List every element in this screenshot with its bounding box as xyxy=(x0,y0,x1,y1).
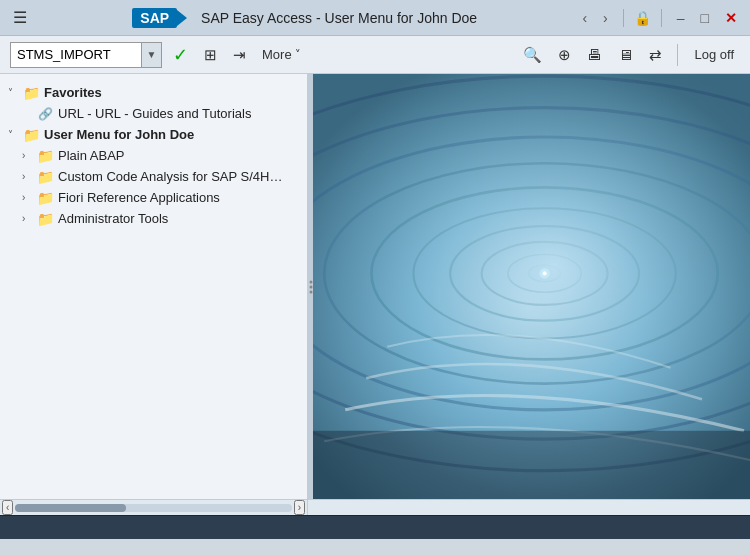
title-bar: ☰ SAP SAP Easy Access - User Menu for Jo… xyxy=(0,0,750,36)
search-plus-button[interactable]: ⊕ xyxy=(553,43,576,67)
plain-abap-folder-icon: 📁 xyxy=(36,149,54,163)
admin-tools-folder-icon: 📁 xyxy=(36,212,54,226)
favorites-section[interactable]: ˅ 📁 Favorites xyxy=(0,82,307,103)
dropdown-arrow-icon: ▼ xyxy=(147,49,157,60)
toolbar: ▼ ✓ ⊞ ⇥ More ˅ 🔍 ⊕ 🖶 🖥 ⇄ Log off xyxy=(0,36,750,74)
nav-horizontal-scrollbar: ‹ › xyxy=(0,500,308,515)
plain-abap-chevron-icon: › xyxy=(22,150,36,161)
status-bar xyxy=(0,515,750,539)
minimize-button[interactable]: – xyxy=(672,8,690,28)
nav-scroll-track[interactable] xyxy=(15,504,291,512)
fiori-label: Fiori Reference Applications xyxy=(58,190,220,205)
admin-tools-chevron-icon: › xyxy=(22,213,36,224)
more-label: More xyxy=(262,47,292,62)
separator xyxy=(623,9,624,27)
title-bar-right: ‹ › 🔒 – □ ✕ xyxy=(577,8,742,28)
back-button[interactable]: ‹ xyxy=(577,8,592,28)
maximize-button[interactable]: □ xyxy=(696,8,714,28)
url-bookmark-icon: 🔗 xyxy=(36,107,54,121)
lock-icon: 🔒 xyxy=(634,10,651,26)
transaction-input[interactable] xyxy=(11,43,141,67)
monitor-icon: 🖥 xyxy=(618,46,633,63)
close-button[interactable]: ✕ xyxy=(720,8,742,28)
search-plus-icon: ⊕ xyxy=(558,46,571,64)
search-button[interactable]: 🔍 xyxy=(518,43,547,67)
fiori-chevron-icon: › xyxy=(22,192,36,203)
logoff-button[interactable]: Log off xyxy=(688,44,740,65)
favorites-label: Favorites xyxy=(44,85,102,100)
svg-point-14 xyxy=(543,271,547,275)
nav-scroll-thumb xyxy=(15,504,126,512)
fiori-folder-icon: 📁 xyxy=(36,191,54,205)
svg-rect-12 xyxy=(313,74,750,499)
hamburger-menu-button[interactable]: ☰ xyxy=(8,5,32,30)
grid-icon: ⊞ xyxy=(204,46,217,64)
grid-button[interactable]: ⊞ xyxy=(199,43,222,67)
user-menu-chevron-icon: ˅ xyxy=(8,129,22,140)
hamburger-icon: ☰ xyxy=(13,8,27,27)
title-bar-left: ☰ xyxy=(8,5,32,30)
share-button[interactable]: ⇄ xyxy=(644,43,667,67)
resize-dot-1 xyxy=(309,280,312,283)
resize-dot-3 xyxy=(309,290,312,293)
plain-abap-item[interactable]: › 📁 Plain ABAP xyxy=(0,145,307,166)
url-label: URL - URL - Guides and Tutorials xyxy=(58,106,251,121)
share-icon: ⇄ xyxy=(649,46,662,64)
main-area: ˅ 📁 Favorites 🔗 URL - URL - Guides and T… xyxy=(0,74,750,499)
forward-button[interactable]: › xyxy=(598,8,613,28)
monitor-button[interactable]: 🖥 xyxy=(613,43,638,66)
fiori-item[interactable]: › 📁 Fiori Reference Applications xyxy=(0,187,307,208)
admin-tools-label: Administrator Tools xyxy=(58,211,168,226)
plain-abap-label: Plain ABAP xyxy=(58,148,125,163)
print-icon: 🖶 xyxy=(587,46,602,63)
title-bar-center: SAP SAP Easy Access - User Menu for John… xyxy=(32,8,577,28)
custom-code-folder-icon: 📁 xyxy=(36,170,54,184)
check-icon: ✓ xyxy=(173,44,188,66)
custom-code-label: Custom Code Analysis for SAP S/4H… xyxy=(58,169,282,184)
ripple-image xyxy=(313,74,750,499)
nav-scroll-left-button[interactable]: ‹ xyxy=(2,500,13,515)
separator xyxy=(661,9,662,27)
image-panel xyxy=(313,74,750,499)
resize-dot-2 xyxy=(309,285,312,288)
bottom-scrollbar: ‹ › xyxy=(0,499,750,515)
favorites-chevron-icon: ˅ xyxy=(8,87,22,98)
custom-code-item[interactable]: › 📁 Custom Code Analysis for SAP S/4H… xyxy=(0,166,307,187)
more-chevron-icon: ˅ xyxy=(295,48,301,61)
user-menu-folder-icon: 📁 xyxy=(22,128,40,142)
nav-scroll-right-button[interactable]: › xyxy=(294,500,305,515)
user-menu-label: User Menu for John Doe xyxy=(44,127,194,142)
search-icon: 🔍 xyxy=(523,46,542,64)
nav-panel: ˅ 📁 Favorites 🔗 URL - URL - Guides and T… xyxy=(0,74,308,499)
admin-tools-item[interactable]: › 📁 Administrator Tools xyxy=(0,208,307,229)
app-title: SAP Easy Access - User Menu for John Doe xyxy=(201,10,477,26)
transaction-input-wrap: ▼ xyxy=(10,42,162,68)
export-icon: ⇥ xyxy=(233,46,246,64)
sap-logo: SAP xyxy=(132,8,177,28)
favorites-folder-icon: 📁 xyxy=(22,86,40,100)
transaction-dropdown[interactable]: ▼ xyxy=(141,43,161,67)
user-menu-section[interactable]: ˅ 📁 User Menu for John Doe xyxy=(0,124,307,145)
more-button[interactable]: More ˅ xyxy=(257,44,306,65)
url-item[interactable]: 🔗 URL - URL - Guides and Tutorials xyxy=(0,103,307,124)
toolbar-separator xyxy=(677,44,678,66)
export-button[interactable]: ⇥ xyxy=(228,43,251,67)
resize-dots xyxy=(309,280,312,293)
print-button[interactable]: 🖶 xyxy=(582,43,607,66)
custom-code-chevron-icon: › xyxy=(22,171,36,182)
confirm-button[interactable]: ✓ xyxy=(168,41,193,69)
